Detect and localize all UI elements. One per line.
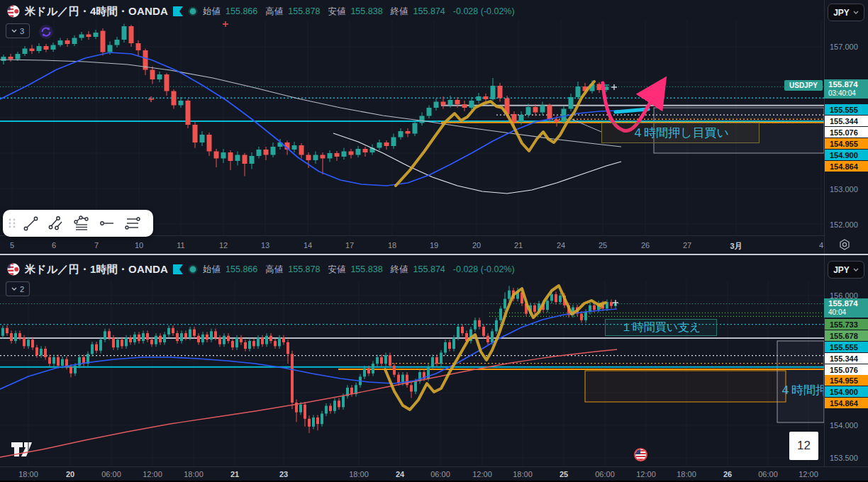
pane-divider[interactable]: [0, 254, 868, 255]
trend-line-tool-icon[interactable]: [18, 213, 43, 234]
chevron-down-icon: [11, 29, 17, 33]
low-value: 155.838: [350, 6, 382, 16]
currency-toggle-jpy-4h[interactable]: JPY: [828, 4, 864, 21]
symbol-price-tag: USDJPY: [784, 80, 823, 91]
date-badge: 12: [789, 432, 818, 460]
current-price: 155.874: [828, 299, 868, 308]
chart-app: 米ドル／円・4時間・OANDA 始値155.866 高値155.878 安値15…: [0, 0, 868, 482]
indicator-count: 3: [20, 27, 24, 35]
time-tick-label: 18:00: [677, 470, 696, 478]
time-tick-label: 21: [514, 241, 523, 250]
time-tick-label: 4: [819, 241, 823, 250]
drag-handle-icon[interactable]: [7, 217, 17, 230]
economic-event-flag-icon[interactable]: [634, 448, 647, 461]
indicators-collapse-button-4h[interactable]: 3: [6, 23, 30, 38]
time-tick-label: 3月: [730, 241, 742, 252]
time-tick-label: 6: [52, 241, 56, 250]
currency-toggle-jpy-1h[interactable]: JPY: [828, 261, 864, 279]
price-level-label: 155.678: [825, 330, 868, 341]
time-tick-label: 14: [304, 241, 312, 250]
source-flag-icon[interactable]: [173, 6, 183, 16]
time-tick-label: 06:00: [595, 470, 615, 478]
time-tick-label: 12:00: [636, 470, 656, 478]
annotation-4h-dip-buy-clipped[interactable]: ４時間押し目買い: [779, 382, 823, 398]
high-label: 高値: [265, 264, 283, 276]
grid-price-label: 157.000: [830, 43, 858, 51]
time-tick-label: 18:00: [513, 470, 533, 478]
grid-price-label: 152.000: [830, 220, 858, 229]
time-axis-1h[interactable]: 18:002006:0012:0018:00212318:002406:0012…: [0, 466, 868, 481]
low-label: 安値: [328, 264, 345, 276]
low-label: 安値: [328, 6, 345, 18]
annotation-1h-support[interactable]: １時間買い支え: [605, 319, 717, 336]
source-flag-icon[interactable]: [173, 264, 183, 274]
time-tick-label: 18: [388, 241, 396, 250]
time-tick-label: 23: [279, 470, 288, 478]
price-level-label: 154.864: [825, 398, 868, 408]
time-tick-label: 20: [472, 241, 481, 250]
pitchfork-tool-icon[interactable]: [69, 213, 94, 234]
bar-countdown: 03:40:04: [828, 89, 868, 97]
drawing-toolbar: [3, 210, 153, 237]
time-tick-label: 13: [261, 241, 269, 250]
current-price-badge-4h: 155.874 03:40:04: [824, 79, 868, 99]
time-tick-label: 24: [557, 241, 565, 250]
time-tick-label: 06:00: [101, 470, 121, 478]
current-price: 155.874: [828, 80, 868, 89]
annotation-4h-dip-buy[interactable]: ４時間押し目買い: [601, 123, 760, 143]
high-value: 155.878: [288, 264, 320, 274]
time-tick-label: 12:00: [799, 470, 818, 478]
time-tick-label: 5: [10, 241, 14, 250]
time-tick-label: 06:00: [758, 470, 778, 478]
time-tick-label: 18:00: [184, 470, 204, 478]
time-tick-label: 24: [396, 470, 404, 478]
grid-price-label: 154.000: [830, 421, 858, 430]
scale-settings-gear-icon[interactable]: [839, 239, 850, 253]
grid-price-label: 153.000: [830, 185, 858, 194]
time-tick-label: 06:00: [430, 470, 450, 478]
symbol-title[interactable]: 米ドル／円・4時間・OANDA: [25, 5, 168, 18]
time-tick-label: 18:00: [18, 470, 38, 478]
price-level-label: 155.555: [825, 104, 868, 115]
indicators-collapse-button-1h[interactable]: 2: [6, 281, 30, 296]
parallel-channel-tool-icon[interactable]: [121, 213, 145, 234]
chevron-down-icon: [11, 287, 17, 291]
time-tick-label: 12: [219, 241, 228, 250]
price-level-label: 155.555: [825, 342, 868, 352]
time-tick-label: 10: [135, 241, 143, 250]
time-tick-label: 11: [177, 241, 184, 250]
symbol-title[interactable]: 米ドル／円・1時間・OANDA: [25, 263, 168, 276]
market-status-dot-icon[interactable]: [188, 264, 198, 274]
close-value: 155.874: [413, 6, 445, 16]
price-level-label: 154.900: [825, 150, 868, 160]
usdjpy-flag-icon: [7, 263, 20, 276]
pane-4h-header: 米ドル／円・4時間・OANDA 始値155.866 高値155.878 安値15…: [7, 4, 515, 19]
price-level-label: 154.900: [825, 386, 868, 397]
time-tick-label: 25: [599, 241, 607, 250]
change-value: -0.028 (-0.02%): [453, 264, 515, 274]
grid-price-label: 153.500: [830, 454, 858, 462]
time-tick-label: 12:00: [472, 470, 492, 478]
indicator-count: 2: [20, 285, 24, 293]
horizontal-line-tool-icon[interactable]: [95, 213, 119, 234]
time-tick-label: 20: [66, 470, 74, 478]
price-level-label: 155.076: [825, 364, 868, 375]
chevron-down-icon: [853, 268, 859, 272]
parallel-lines-tool-icon[interactable]: [44, 213, 68, 234]
time-tick-label: 27: [683, 241, 691, 250]
time-axis-4h[interactable]: 56710111213141718192021242526273月4: [0, 235, 824, 254]
time-tick-label: 21: [230, 470, 239, 478]
open-label: 始値: [203, 6, 221, 18]
time-tick-label: 26: [641, 241, 650, 250]
price-level-label: 154.955: [825, 138, 868, 149]
open-label: 始値: [203, 264, 221, 276]
currency-label: JPY: [833, 265, 850, 275]
refresh-sync-icon[interactable]: [38, 23, 55, 43]
market-status-dot-icon[interactable]: [188, 6, 198, 16]
change-value: -0.028 (-0.02%): [453, 6, 515, 16]
time-tick-label: 25: [560, 470, 568, 478]
time-tick-label: 19: [430, 241, 438, 250]
price-level-label: 155.344: [825, 116, 868, 126]
time-tick-label: 26: [723, 470, 732, 478]
time-tick-label: 18:00: [349, 470, 369, 478]
